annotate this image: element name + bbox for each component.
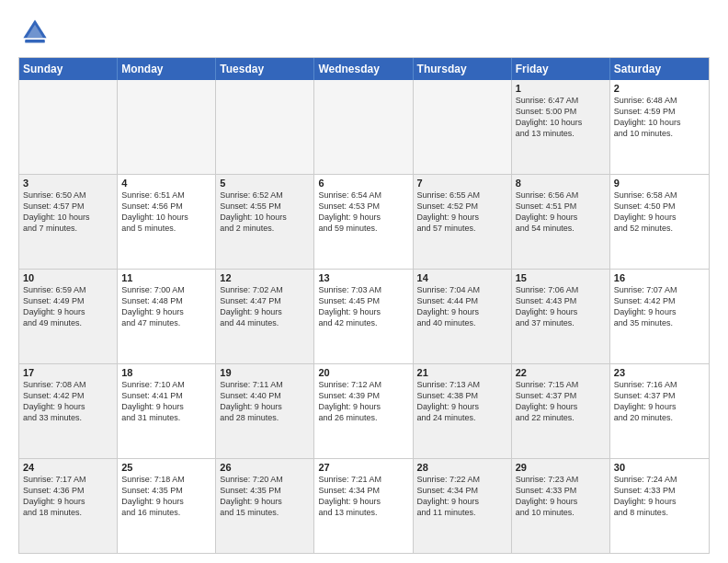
calendar-cell [216,80,314,174]
calendar-row-4: 24Sunrise: 7:17 AMSunset: 4:36 PMDayligh… [19,458,709,553]
header-day-sunday: Sunday [19,58,118,80]
calendar-body: 1Sunrise: 6:47 AMSunset: 5:00 PMDaylight… [19,80,709,553]
calendar-cell: 22Sunrise: 7:15 AMSunset: 4:37 PMDayligh… [512,364,610,458]
header-day-saturday: Saturday [610,58,709,80]
day-info: Sunrise: 7:18 AMSunset: 4:35 PMDaylight:… [121,474,211,519]
day-number: 2 [614,83,705,94]
day-number: 24 [23,462,113,473]
day-info: Sunrise: 6:52 AMSunset: 4:55 PMDaylight:… [220,190,310,235]
calendar-header: SundayMondayTuesdayWednesdayThursdayFrid… [19,58,709,80]
day-info: Sunrise: 7:24 AMSunset: 4:33 PMDaylight:… [614,474,705,519]
day-number: 3 [23,178,113,189]
day-number: 12 [220,272,310,283]
day-number: 7 [417,178,507,189]
calendar-cell: 26Sunrise: 7:20 AMSunset: 4:35 PMDayligh… [216,459,314,553]
day-number: 1 [516,83,606,94]
calendar-cell: 23Sunrise: 7:16 AMSunset: 4:37 PMDayligh… [610,364,709,458]
day-info: Sunrise: 7:08 AMSunset: 4:42 PMDaylight:… [23,379,113,424]
day-number: 5 [220,178,310,189]
calendar-cell: 28Sunrise: 7:22 AMSunset: 4:34 PMDayligh… [414,459,512,553]
header-day-wednesday: Wednesday [314,58,413,80]
calendar-cell: 4Sunrise: 6:51 AMSunset: 4:56 PMDaylight… [118,175,216,269]
day-info: Sunrise: 6:48 AMSunset: 4:59 PMDaylight:… [614,95,705,140]
day-number: 11 [121,272,211,283]
day-info: Sunrise: 7:06 AMSunset: 4:43 PMDaylight:… [516,284,606,329]
calendar-cell: 21Sunrise: 7:13 AMSunset: 4:38 PMDayligh… [414,364,512,458]
calendar-row-0: 1Sunrise: 6:47 AMSunset: 5:00 PMDaylight… [19,80,709,174]
svg-rect-2 [25,40,45,43]
day-number: 8 [516,178,606,189]
calendar-cell: 12Sunrise: 7:02 AMSunset: 4:47 PMDayligh… [216,270,314,363]
day-number: 26 [220,462,310,473]
day-number: 13 [318,272,408,283]
day-info: Sunrise: 7:15 AMSunset: 4:37 PMDaylight:… [516,379,606,424]
calendar-cell [414,80,512,174]
day-info: Sunrise: 6:54 AMSunset: 4:53 PMDaylight:… [318,190,408,235]
calendar-cell: 15Sunrise: 7:06 AMSunset: 4:43 PMDayligh… [512,270,610,363]
calendar-cell: 3Sunrise: 6:50 AMSunset: 4:57 PMDaylight… [19,175,118,269]
day-info: Sunrise: 7:13 AMSunset: 4:38 PMDaylight:… [417,379,507,424]
calendar-cell: 13Sunrise: 7:03 AMSunset: 4:45 PMDayligh… [314,270,413,363]
logo-icon [18,15,51,48]
calendar-cell: 11Sunrise: 7:00 AMSunset: 4:48 PMDayligh… [118,270,216,363]
calendar-row-2: 10Sunrise: 6:59 AMSunset: 4:49 PMDayligh… [19,269,709,363]
calendar-cell: 14Sunrise: 7:04 AMSunset: 4:44 PMDayligh… [414,270,512,363]
calendar: SundayMondayTuesdayWednesdayThursdayFrid… [18,57,710,554]
logo [18,15,55,48]
calendar-cell: 18Sunrise: 7:10 AMSunset: 4:41 PMDayligh… [118,364,216,458]
day-info: Sunrise: 6:55 AMSunset: 4:52 PMDaylight:… [417,190,507,235]
day-info: Sunrise: 7:20 AMSunset: 4:35 PMDaylight:… [220,474,310,519]
day-info: Sunrise: 7:03 AMSunset: 4:45 PMDaylight:… [318,284,408,329]
header-day-thursday: Thursday [414,58,512,80]
day-info: Sunrise: 6:59 AMSunset: 4:49 PMDaylight:… [23,284,113,329]
calendar-cell: 30Sunrise: 7:24 AMSunset: 4:33 PMDayligh… [610,459,709,553]
day-number: 14 [417,272,507,283]
day-number: 25 [121,462,211,473]
page: SundayMondayTuesdayWednesdayThursdayFrid… [0,0,728,563]
calendar-cell: 25Sunrise: 7:18 AMSunset: 4:35 PMDayligh… [118,459,216,553]
calendar-cell: 27Sunrise: 7:21 AMSunset: 4:34 PMDayligh… [314,459,413,553]
day-number: 6 [318,178,408,189]
day-number: 29 [516,462,606,473]
day-number: 4 [121,178,211,189]
calendar-cell: 8Sunrise: 6:56 AMSunset: 4:51 PMDaylight… [512,175,610,269]
day-number: 15 [516,272,606,283]
day-info: Sunrise: 7:04 AMSunset: 4:44 PMDaylight:… [417,284,507,329]
calendar-cell: 20Sunrise: 7:12 AMSunset: 4:39 PMDayligh… [314,364,413,458]
day-info: Sunrise: 7:00 AMSunset: 4:48 PMDaylight:… [121,284,211,329]
day-number: 19 [220,367,310,378]
calendar-cell: 17Sunrise: 7:08 AMSunset: 4:42 PMDayligh… [19,364,118,458]
day-info: Sunrise: 7:22 AMSunset: 4:34 PMDaylight:… [417,474,507,519]
day-number: 20 [318,367,408,378]
calendar-row-1: 3Sunrise: 6:50 AMSunset: 4:57 PMDaylight… [19,174,709,269]
day-number: 18 [121,367,211,378]
day-info: Sunrise: 7:11 AMSunset: 4:40 PMDaylight:… [220,379,310,424]
calendar-cell [19,80,118,174]
day-info: Sunrise: 7:07 AMSunset: 4:42 PMDaylight:… [614,284,705,329]
day-info: Sunrise: 6:50 AMSunset: 4:57 PMDaylight:… [23,190,113,235]
day-info: Sunrise: 7:02 AMSunset: 4:47 PMDaylight:… [220,284,310,329]
calendar-cell: 10Sunrise: 6:59 AMSunset: 4:49 PMDayligh… [19,270,118,363]
day-info: Sunrise: 6:58 AMSunset: 4:50 PMDaylight:… [614,190,705,235]
calendar-cell: 7Sunrise: 6:55 AMSunset: 4:52 PMDaylight… [414,175,512,269]
day-number: 9 [614,178,705,189]
calendar-cell: 19Sunrise: 7:11 AMSunset: 4:40 PMDayligh… [216,364,314,458]
day-number: 22 [516,367,606,378]
day-info: Sunrise: 7:17 AMSunset: 4:36 PMDaylight:… [23,474,113,519]
day-info: Sunrise: 6:51 AMSunset: 4:56 PMDaylight:… [121,190,211,235]
day-info: Sunrise: 7:10 AMSunset: 4:41 PMDaylight:… [121,379,211,424]
calendar-cell [118,80,216,174]
calendar-cell: 29Sunrise: 7:23 AMSunset: 4:33 PMDayligh… [512,459,610,553]
day-number: 27 [318,462,408,473]
day-number: 10 [23,272,113,283]
header-day-tuesday: Tuesday [216,58,314,80]
calendar-cell: 16Sunrise: 7:07 AMSunset: 4:42 PMDayligh… [610,270,709,363]
day-info: Sunrise: 6:47 AMSunset: 5:00 PMDaylight:… [516,95,606,140]
calendar-row-3: 17Sunrise: 7:08 AMSunset: 4:42 PMDayligh… [19,363,709,458]
calendar-cell: 2Sunrise: 6:48 AMSunset: 4:59 PMDaylight… [610,80,709,174]
day-info: Sunrise: 7:21 AMSunset: 4:34 PMDaylight:… [318,474,408,519]
calendar-cell: 9Sunrise: 6:58 AMSunset: 4:50 PMDaylight… [610,175,709,269]
calendar-cell [314,80,413,174]
day-number: 17 [23,367,113,378]
calendar-cell: 24Sunrise: 7:17 AMSunset: 4:36 PMDayligh… [19,459,118,553]
